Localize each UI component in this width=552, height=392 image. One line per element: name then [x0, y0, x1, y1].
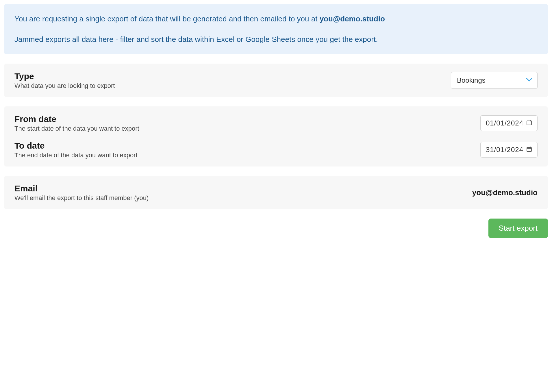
svg-rect-0	[527, 121, 531, 125]
to-date-title: To date	[14, 140, 475, 151]
email-value: you@demo.studio	[472, 188, 538, 197]
type-section: Type What data you are looking to export…	[4, 64, 548, 97]
to-date-input[interactable]: 31/01/2024	[480, 142, 538, 158]
from-date-title: From date	[14, 114, 475, 124]
type-desc: What data you are looking to export	[14, 82, 445, 90]
svg-rect-4	[527, 147, 531, 151]
calendar-icon	[526, 146, 532, 153]
email-title: Email	[14, 183, 466, 194]
to-date-desc: The end date of the data you want to exp…	[14, 151, 475, 159]
info-intro-text: You are requesting a single export of da…	[14, 14, 320, 23]
from-date-value: 01/01/2024	[486, 119, 523, 127]
start-export-button[interactable]: Start export	[488, 219, 548, 238]
type-select-wrapper[interactable]: Bookings	[451, 72, 538, 89]
type-select[interactable]: Bookings	[451, 72, 538, 89]
from-date-desc: The start date of the data you want to e…	[14, 125, 475, 132]
calendar-icon	[526, 120, 532, 127]
date-section: From date The start date of the data you…	[4, 106, 548, 167]
type-title: Type	[14, 71, 445, 82]
email-section: Email We'll email the export to this sta…	[4, 176, 548, 209]
info-intro: You are requesting a single export of da…	[14, 13, 538, 25]
email-desc: We'll email the export to this staff mem…	[14, 194, 466, 202]
actions-bar: Start export	[4, 219, 548, 238]
to-date-value: 31/01/2024	[486, 146, 523, 154]
from-date-input[interactable]: 01/01/2024	[480, 115, 538, 131]
info-email: you@demo.studio	[320, 14, 385, 23]
info-banner: You are requesting a single export of da…	[4, 4, 548, 54]
info-details: Jammed exports all data here - filter an…	[14, 34, 538, 45]
